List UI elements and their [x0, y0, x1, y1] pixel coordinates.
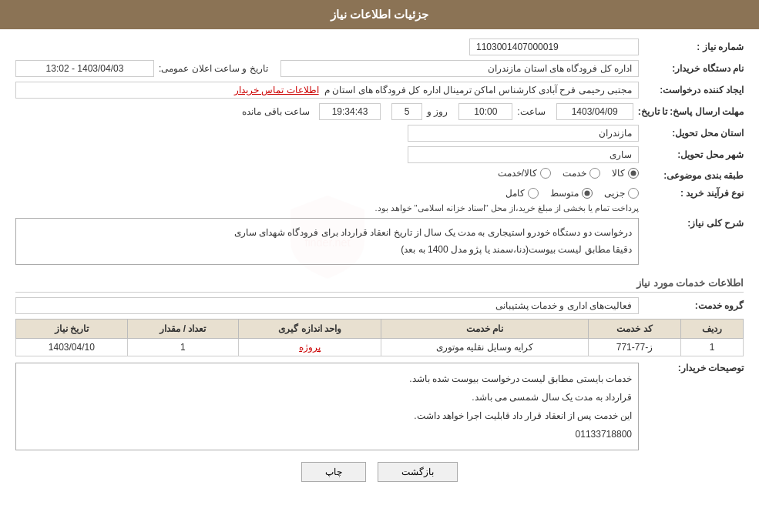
process-note: پرداخت تمام یا بخشی از مبلغ خرید،از محل … — [15, 203, 639, 213]
service-group-value: فعالیت‌های اداری و خدمات پشتیبانی — [15, 297, 639, 314]
announcement-date-label: تاریخ و ساعت اعلان عمومی: — [159, 63, 268, 74]
cell-qty: 1 — [127, 339, 238, 356]
category-radio-service[interactable] — [589, 168, 600, 179]
response-deadline-label: مهلت ارسال پاسخ: تا تاریخ: — [638, 106, 744, 117]
buyer-org-value: اداره کل فرودگاه های استان مازندران — [280, 60, 639, 77]
category-both-label: کالا/خدمت — [498, 168, 537, 179]
cell-code: ز-77-771 — [588, 339, 681, 356]
buyer-org-label: نام دستگاه خریدار: — [643, 63, 744, 74]
col-header-qty: تعداد / مقدار — [127, 320, 238, 339]
back-button[interactable]: بازگشت — [378, 462, 458, 482]
remaining-label: ساعت باقی مانده — [242, 106, 310, 117]
process-radio-full[interactable] — [528, 188, 539, 199]
cell-row: 1 — [681, 339, 744, 356]
process-options: جزیی متوسط کامل — [15, 188, 639, 199]
process-option-full[interactable]: کامل — [505, 188, 539, 199]
category-option-goods[interactable]: کالا — [612, 168, 639, 179]
services-table: ردیف کد خدمت نام خدمت واحد اندازه گیری ت… — [15, 319, 744, 356]
description-text: درخواست دو دستگاه خودرو استیجاری به مدت … — [234, 227, 632, 255]
category-option-service[interactable]: خدمت — [563, 168, 600, 179]
requester-label: ایجاد کننده درخواست: — [643, 85, 744, 95]
buyer-notes-box: خدمات بایستی مطابق لیست درخواست بیوست شد… — [15, 363, 639, 450]
services-section-title: اطلاعات خدمات مورد نیاز — [15, 277, 744, 293]
description-box: finder.net درخواست دو دستگاه خودرو استیج… — [15, 218, 639, 265]
category-radio-goods[interactable] — [628, 168, 639, 179]
requester-contact-link[interactable]: اطلاعات تماس خریدار — [234, 85, 319, 95]
process-partial-label: جزیی — [604, 188, 625, 199]
remaining-time: 19:34:43 — [319, 103, 381, 120]
page-title: جزئیات اطلاعات نیاز — [331, 8, 428, 21]
process-option-medium[interactable]: متوسط — [550, 188, 593, 199]
buyer-notes-label: توصیحات خریدار: — [643, 363, 744, 373]
response-time: 10:00 — [458, 103, 512, 120]
page-header: جزئیات اطلاعات نیاز — [0, 0, 759, 29]
print-button[interactable]: چاپ — [301, 462, 366, 482]
delivery-province-label: استان محل تحویل: — [643, 128, 744, 139]
service-group-label: گروه خدمت: — [643, 300, 744, 311]
delivery-province-value: مازندران — [408, 125, 639, 142]
col-header-date: تاریخ نیاز — [16, 320, 128, 339]
process-full-label: کامل — [505, 188, 525, 199]
need-number-label: شماره نیاز : — [643, 42, 744, 52]
description-label: شرح کلی نیاز: — [643, 218, 744, 229]
process-radio-medium[interactable] — [582, 188, 593, 199]
process-label: نوع فرآیند خرید : — [643, 188, 744, 199]
process-option-partial[interactable]: جزیی — [604, 188, 639, 199]
cell-name: کرایه وسایل نقلیه موتوری — [381, 339, 588, 356]
col-header-code: کد خدمت — [588, 320, 681, 339]
category-options: کالا خدمت کالا/خدمت — [498, 168, 639, 179]
col-header-unit: واحد اندازه گیری — [239, 320, 381, 339]
cell-date: 1403/04/10 — [16, 339, 128, 356]
delivery-city-label: شهر محل تحویل: — [643, 149, 744, 160]
need-number-value: 1103001407000019 — [469, 38, 639, 55]
action-buttons: بازگشت چاپ — [15, 462, 744, 494]
category-radio-both[interactable] — [540, 168, 551, 179]
category-service-label: خدمت — [563, 168, 586, 179]
category-goods-label: کالا — [612, 168, 625, 179]
process-medium-label: متوسط — [550, 188, 579, 199]
announcement-date-value: 1403/04/03 - 13:02 — [15, 60, 154, 77]
response-days-label: روز و — [427, 106, 448, 117]
requester-value: مجتبی رحیمی فرح آبادی کارشناس اماکن ترمی… — [15, 82, 639, 99]
process-radio-partial[interactable] — [628, 188, 639, 199]
svg-text:finder.net: finder.net — [304, 236, 350, 249]
response-time-label: ساعت: — [517, 106, 545, 117]
category-option-both[interactable]: کالا/خدمت — [498, 168, 551, 179]
table-row: 1 ز-77-771 کرایه وسایل نقلیه موتوری پروژ… — [16, 339, 744, 356]
response-days: 5 — [391, 103, 422, 120]
requester-text: مجتبی رحیمی فرح آبادی کارشناس اماکن ترمی… — [324, 85, 632, 95]
col-header-row: ردیف — [681, 320, 744, 339]
category-label: طبقه بندی موضوعی: — [643, 170, 744, 181]
col-header-name: نام خدمت — [381, 320, 588, 339]
cell-unit: پروژه — [239, 339, 381, 356]
delivery-city-value: ساری — [408, 146, 639, 163]
response-date: 1403/04/09 — [556, 103, 633, 120]
